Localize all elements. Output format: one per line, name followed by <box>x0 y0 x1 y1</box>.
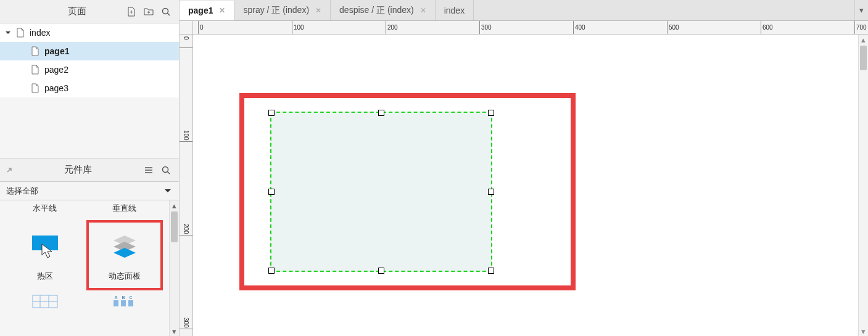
ruler-tick: 100 <box>180 133 192 142</box>
ruler-corner <box>180 21 193 35</box>
tab-overflow-button[interactable]: ▾ <box>854 0 868 20</box>
svg-rect-4 <box>114 300 118 306</box>
vertical-ruler[interactable]: 0100200300 <box>180 35 193 336</box>
library-panel-header: 元件库 <box>0 158 179 182</box>
scroll-down-icon[interactable]: ▾ <box>170 326 179 336</box>
svg-point-1 <box>163 166 168 172</box>
close-icon[interactable]: ✕ <box>219 6 225 15</box>
ruler-tick: 0 <box>198 21 204 34</box>
svg-text:B: B <box>122 295 125 300</box>
resize-handle-bc[interactable] <box>378 268 384 274</box>
ruler-tick: 0 <box>180 39 192 48</box>
library-item-dynamic-panel[interactable]: 动态面板 <box>88 221 162 289</box>
scroll-down-icon[interactable]: ▾ <box>859 326 868 336</box>
tab-label: spray / 正 (index) <box>243 5 309 16</box>
search-icon[interactable] <box>159 5 173 18</box>
lib-label-vline: 垂直线 <box>88 203 162 214</box>
pages-panel-header: 页面 <box>0 0 179 23</box>
svg-text:C: C <box>129 295 132 300</box>
tree-collapse-icon[interactable] <box>4 28 12 37</box>
scroll-up-icon[interactable]: ▴ <box>859 35 868 44</box>
tree-child-row[interactable]: page2 <box>0 60 179 79</box>
page-icon <box>30 46 41 57</box>
search-icon[interactable] <box>159 163 173 177</box>
ruler-tick: 200 <box>180 227 192 236</box>
scrollbar-thumb[interactable] <box>860 46 867 70</box>
scroll-up-icon[interactable]: ▴ <box>170 200 179 210</box>
canvas-vertical-scrollbar[interactable]: ▴ ▾ <box>858 35 868 336</box>
resize-handle-br[interactable] <box>488 268 494 274</box>
pages-panel-title: 页面 <box>68 6 86 17</box>
page-icon <box>30 64 41 75</box>
ruler-tick: 200 <box>386 21 398 34</box>
close-icon[interactable]: ✕ <box>315 6 321 15</box>
canvas[interactable] <box>193 35 868 336</box>
pages-panel: 页面 <box>0 0 179 97</box>
page-icon <box>30 83 41 94</box>
close-icon[interactable]: ✕ <box>420 6 426 15</box>
library-panel-title: 元件库 <box>17 164 138 176</box>
ruler-tick: 100 <box>292 21 304 34</box>
library-label-row: 水平线 垂直线 <box>5 200 164 220</box>
library-item-caption: 动态面板 <box>109 271 141 282</box>
popout-icon[interactable] <box>6 165 17 176</box>
ruler-tick: 400 <box>573 21 585 34</box>
resize-handle-ml[interactable] <box>268 189 275 195</box>
tab-page1[interactable]: page1 ✕ <box>180 0 234 20</box>
library-item-caption: 热区 <box>37 271 53 282</box>
scrollbar-track[interactable] <box>170 210 179 326</box>
svg-rect-6 <box>128 300 133 306</box>
tree-root-label: index <box>30 28 50 38</box>
tab-index[interactable]: index <box>436 0 474 20</box>
horizontal-ruler[interactable]: 0100200300400500600700 <box>193 21 868 35</box>
library-partial-row: ABC <box>5 289 164 309</box>
resize-handle-mr[interactable] <box>488 189 494 195</box>
ruler-tick: 300 <box>479 21 492 34</box>
resize-handle-bl[interactable] <box>268 268 275 274</box>
add-folder-icon[interactable] <box>142 5 155 18</box>
library-items: 水平线 垂直线 热区 <box>0 200 169 336</box>
page-icon <box>15 27 26 38</box>
library-item-partial[interactable]: ABC <box>111 294 138 309</box>
svg-text:A: A <box>114 295 117 300</box>
library-selector-label: 选择全部 <box>6 186 38 197</box>
ruler-area: 0100200300400500600700 0100200300 ▴ <box>180 21 868 336</box>
pages-tree: index page1 page2 <box>0 23 179 97</box>
tab-label: despise / 正 (index) <box>339 5 414 16</box>
ruler-tick: 700 <box>854 21 867 34</box>
main-area: page1 ✕ spray / 正 (index) ✕ despise / 正 … <box>180 0 868 336</box>
dynamic-panel-icon <box>97 225 152 268</box>
library-body: 水平线 垂直线 热区 <box>0 200 179 336</box>
library-panel: 元件库 选择全部 水平线 垂直线 <box>0 158 179 336</box>
library-item-hotspot[interactable]: 热区 <box>8 221 82 289</box>
tree-child-label: page3 <box>44 83 68 93</box>
resize-handle-tr[interactable] <box>488 110 494 116</box>
tree-child-row[interactable]: page1 <box>0 42 179 60</box>
ruler-tick: 600 <box>761 21 773 34</box>
library-selector-dropdown[interactable]: 选择全部 <box>0 182 179 200</box>
tab-bar: page1 ✕ spray / 正 (index) ✕ despise / 正 … <box>180 0 868 21</box>
tab-label: index <box>444 6 465 15</box>
ruler-tick: 500 <box>667 21 679 34</box>
tab-despise[interactable]: despise / 正 (index) ✕ <box>331 0 436 20</box>
hotspot-icon <box>17 225 73 268</box>
menu-icon[interactable] <box>142 163 155 177</box>
svg-rect-5 <box>121 300 126 306</box>
svg-point-0 <box>163 8 168 14</box>
ruler-tick: 300 <box>180 321 192 329</box>
chevron-down-icon <box>164 186 172 195</box>
lib-label-hline: 水平线 <box>8 203 82 214</box>
tree-child-label: page2 <box>44 65 68 75</box>
tab-spray[interactable]: spray / 正 (index) ✕ <box>234 0 331 20</box>
scrollbar-thumb[interactable] <box>171 211 178 242</box>
add-page-icon[interactable] <box>125 5 138 18</box>
selected-widget[interactable] <box>270 112 492 272</box>
library-scrollbar[interactable]: ▴ ▾ <box>169 200 179 336</box>
sidebar: 页面 <box>0 0 180 336</box>
resize-handle-tc[interactable] <box>378 110 384 116</box>
resize-handle-tl[interactable] <box>268 110 275 116</box>
tree-child-row[interactable]: page3 <box>0 79 179 97</box>
app-root: 页面 <box>0 0 868 336</box>
tree-root-row[interactable]: index <box>0 23 179 42</box>
library-item-partial[interactable] <box>31 294 59 309</box>
